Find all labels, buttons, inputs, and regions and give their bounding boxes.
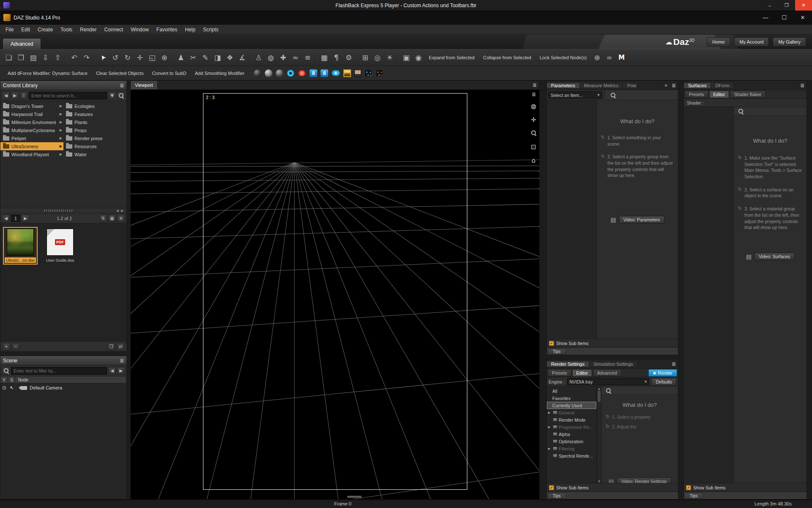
- menu-item[interactable]: Tools: [57, 25, 76, 35]
- video-parameters-button[interactable]: Video: Parameters: [619, 216, 664, 224]
- sub-tab[interactable]: Editor: [572, 369, 592, 377]
- sub-tab[interactable]: Presets: [685, 91, 708, 98]
- library-folder[interactable]: Harpwood Trail ▶: [0, 110, 63, 118]
- maximize-button[interactable]: ❐: [778, 0, 795, 11]
- expand-arrow-icon[interactable]: ▶: [60, 128, 62, 132]
- render-category[interactable]: ▶ Render Mode: [547, 416, 596, 423]
- toolbar-text-button[interactable]: Lock Selected Node(s): [535, 51, 591, 64]
- library-folder[interactable]: Dragon's Tower ▶: [0, 102, 63, 110]
- menu-item[interactable]: Render: [76, 25, 100, 35]
- library-folder[interactable]: Render prese: [63, 134, 126, 142]
- movie-camera-icon[interactable]: ▣: [400, 51, 412, 64]
- expand-arrow-icon[interactable]: ▶: [60, 112, 62, 116]
- pane-menu-icon[interactable]: ≣: [669, 83, 678, 88]
- forward-button[interactable]: ▶: [117, 367, 125, 375]
- close-button[interactable]: ✕: [795, 0, 812, 11]
- back-button[interactable]: ◀: [2, 92, 10, 99]
- pane-tab[interactable]: Simulation Settings: [589, 362, 638, 367]
- workspace-tab-advanced[interactable]: Advanced: [3, 38, 41, 49]
- scroll-left-icon[interactable]: ◀: [115, 209, 120, 213]
- menu-item[interactable]: Edit: [17, 25, 34, 35]
- list-scrollbar[interactable]: ▲ ▼: [597, 387, 601, 483]
- library-item[interactable]: PDF User Guide.dsa: [44, 228, 77, 264]
- checkbox-checked-icon[interactable]: ✓: [549, 485, 554, 490]
- pane-tab[interactable]: Pow: [623, 83, 637, 88]
- expand-arrow-icon[interactable]: ▶: [60, 120, 62, 124]
- sync-icon[interactable]: ⇄: [117, 343, 124, 351]
- powerpose-icon[interactable]: ♙: [252, 51, 265, 64]
- viewport-menu-icon[interactable]: ≣: [532, 91, 536, 97]
- library-folder[interactable]: UltraScenery ▶: [0, 142, 63, 150]
- show-sub-items-toggle[interactable]: ✓ Show Sub Items: [547, 339, 678, 347]
- sphere-dark-icon[interactable]: [254, 69, 261, 77]
- separator[interactable]: [66, 52, 66, 63]
- library-folder[interactable]: Water: [63, 150, 126, 158]
- render-category[interactable]: ▶ Filtering: [547, 445, 596, 452]
- filter-icon[interactable]: ▼: [108, 92, 116, 99]
- menu-item[interactable]: Create: [34, 25, 57, 35]
- shaping-icon[interactable]: ◍: [265, 51, 277, 64]
- render-category[interactable]: ▶ Spectral Rende...: [547, 452, 596, 459]
- pane-menu-icon[interactable]: ≣: [120, 83, 124, 88]
- engine-dropdown[interactable]: NVIDIA Iray ▼: [567, 378, 650, 385]
- show-sub-items-toggle[interactable]: ✓ Show Sub Items: [547, 483, 678, 491]
- eye-red-icon[interactable]: [298, 70, 306, 76]
- library-folder[interactable]: Plants: [63, 118, 126, 126]
- up-button[interactable]: ⇧: [20, 92, 27, 99]
- next-page-button[interactable]: ▶: [22, 215, 29, 222]
- eye-cyan-icon[interactable]: [332, 70, 340, 76]
- camera-view-icon[interactable]: ◎: [371, 51, 384, 64]
- spot-render-icon[interactable]: ◨: [211, 51, 224, 64]
- page-number[interactable]: 1: [11, 215, 20, 222]
- viewport-scrollbar[interactable]: [347, 496, 362, 498]
- minimize-button[interactable]: –: [761, 0, 778, 11]
- nodegrid-red-icon[interactable]: [376, 69, 383, 77]
- expand-arrow-icon[interactable]: ▶: [548, 425, 551, 429]
- scroll-down-icon[interactable]: ▼: [598, 480, 600, 483]
- schematic-icon[interactable]: ⊞: [359, 51, 371, 64]
- zoom-tool-icon[interactable]: [531, 130, 536, 137]
- search-icon[interactable]: [2, 367, 10, 375]
- export-icon[interactable]: ⇧: [52, 51, 64, 64]
- pane-menu-icon[interactable]: ≣: [798, 83, 807, 88]
- viewport-tab[interactable]: Viewport: [131, 81, 158, 89]
- pane-menu-icon[interactable]: ≣: [530, 82, 539, 88]
- nav-button[interactable]: My Account: [734, 37, 769, 47]
- menu-item[interactable]: Favorites: [153, 25, 181, 35]
- expand-arrow-icon[interactable]: ▶: [60, 136, 62, 140]
- posing-icon[interactable]: ✚: [277, 51, 289, 64]
- tree-scrollbar[interactable]: ◀ ▶: [0, 208, 126, 213]
- toolbar-text-button[interactable]: Clear Selected Objects: [92, 67, 148, 80]
- nodegrid-icon[interactable]: [365, 69, 372, 77]
- light-icon[interactable]: ☀: [384, 51, 396, 64]
- surface-selection-tool-icon[interactable]: ✎: [199, 51, 211, 64]
- expand-arrow-icon[interactable]: ▶: [60, 144, 62, 148]
- render-button[interactable]: ◉ Render: [648, 369, 677, 377]
- sphere-mid-icon[interactable]: [276, 69, 283, 77]
- library-item[interactable]: UltraSc...tor.dse: [4, 228, 37, 264]
- library-folder[interactable]: Woodland Playset ▶: [0, 150, 63, 158]
- menu-item[interactable]: Help: [181, 25, 199, 35]
- search-icon[interactable]: [606, 388, 611, 393]
- nav-button[interactable]: My Gallery: [773, 37, 806, 47]
- universal-tool-icon[interactable]: ✛: [134, 51, 146, 64]
- dock-splitter[interactable]: [127, 80, 130, 500]
- render-category[interactable]: ▶ Currently Used: [547, 402, 596, 409]
- simulation-icon[interactable]: ≋: [302, 51, 314, 64]
- nav-button[interactable]: Home: [707, 37, 730, 47]
- item-selector-dropdown[interactable]: Select an Item... ▼: [548, 91, 602, 99]
- show-sub-items-toggle[interactable]: ✓ Show Sub Items: [684, 483, 807, 491]
- pane-splitter[interactable]: [0, 352, 127, 356]
- figure8-blue-icon[interactable]: 8: [310, 69, 317, 77]
- scrollbar-handle[interactable]: [44, 210, 74, 212]
- pane-menu-icon[interactable]: ≣: [120, 358, 124, 364]
- back-button[interactable]: ◀: [108, 367, 116, 375]
- pane-splitter[interactable]: [546, 355, 678, 359]
- tab-scroll-right-icon[interactable]: ▶: [664, 81, 669, 90]
- mimic-icon[interactable]: M: [615, 51, 628, 64]
- render-category[interactable]: ▶ Progressive Re...: [547, 423, 596, 431]
- library-folder[interactable]: Ecologies: [63, 102, 126, 110]
- picture-icon[interactable]: [343, 69, 351, 77]
- toolbar-text-button[interactable]: Add dForce Modifier: Dynamic Surface: [3, 67, 92, 80]
- grid-view-icon[interactable]: ▦: [108, 215, 116, 222]
